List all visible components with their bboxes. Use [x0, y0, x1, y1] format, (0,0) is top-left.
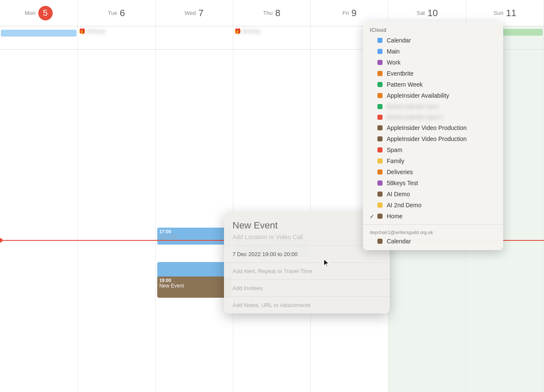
allday-wed [156, 26, 233, 49]
day-num-sat: 10 [428, 8, 438, 19]
day-header-thu: Thu 8 [233, 0, 311, 26]
checkmark-wg-calendar [370, 238, 377, 245]
cal-item-blurred2[interactable]: Blurred calendar name 2 [363, 112, 503, 122]
cal-item-blurred1[interactable]: Blurred calendar name [363, 101, 503, 112]
cal-label-spam: Spam [387, 147, 402, 153]
cal-label-blurred2: Blurred calendar name 2 [387, 114, 442, 120]
checkmark-blurred1 [370, 103, 377, 110]
cal-item-ai-video-1[interactable]: AppleInsider Video Production [363, 122, 503, 133]
day-header-tue: Tue 6 [78, 0, 156, 26]
cal-label-ai-video-1: AppleInsider Video Production [387, 124, 467, 131]
cal-dot-patternweek [377, 82, 382, 87]
day-name-tue: Tue [108, 10, 117, 16]
cal-dot-wg-calendar [377, 239, 382, 244]
cal-label-ai-2nd-demo: AI 2nd Demo [387, 202, 422, 209]
calendar-dropdown[interactable]: iCloud Calendar Main Work Eventbrite Pat… [363, 21, 503, 250]
calendar-container: Mon 5 Tue 6 Wed 7 Thu 8 Fri 9 Sat 10 Sun… [0, 0, 544, 392]
allday-thu: 🎁 Birthday [233, 26, 311, 49]
cal-dot-blurred2 [377, 115, 382, 120]
new-event-alert[interactable]: Add Alert, Repeat or Travel Time [224, 263, 390, 280]
cal-label-wg-calendar: Calendar [387, 238, 411, 245]
cal-dot-blurred1 [377, 104, 382, 109]
cal-item-spam[interactable]: Spam [363, 144, 503, 155]
cal-item-family[interactable]: Family [363, 155, 503, 166]
cal-item-ai-video-2[interactable]: AppleInsider Video Production [363, 133, 503, 144]
cal-item-ai-2nd-demo[interactable]: AI 2nd Demo [363, 200, 503, 211]
gift-event-tue: 🎁 Birthday [79, 28, 154, 34]
day-num-fri: 9 [351, 8, 357, 19]
checkmark-ai-2nd-demo [370, 202, 377, 209]
event-label: event text [159, 234, 229, 239]
cal-dot-ai-video-1 [377, 125, 382, 130]
col-wed[interactable]: 17:00 event text [156, 50, 233, 392]
writers-guild-email: depchair1@writersguild.org.uk [363, 227, 503, 236]
icloud-section-header: iCloud [363, 25, 503, 35]
day-header-mon: Mon 5 [0, 0, 78, 26]
event-thu-1700[interactable]: 17:00 event text [157, 228, 231, 245]
day-name-mon: Mon [25, 10, 35, 16]
cal-item-deliveries[interactable]: Deliveries [363, 166, 503, 178]
cal-item-ai-demo[interactable]: AI Demo [363, 189, 503, 200]
cal-label-ai-demo: AI Demo [387, 191, 410, 197]
cal-dot-family [377, 158, 382, 164]
day-name-sat: Sat [416, 10, 425, 16]
checkmark-patternweek [370, 82, 377, 88]
cal-item-58keys[interactable]: 58keys Test [363, 178, 503, 189]
cal-dot-appleinsider-avail [377, 93, 382, 98]
day-name-fri: Fri [343, 10, 349, 16]
col-tue[interactable] [78, 50, 156, 392]
checkmark-deliveries [370, 169, 377, 175]
cal-label-appleinsider-avail: AppleInsider Availability [387, 92, 449, 99]
cal-divider [363, 224, 503, 225]
new-event-invitees[interactable]: Add Invitees [224, 280, 390, 297]
col-mon[interactable] [0, 50, 78, 392]
checkmark-work [370, 59, 377, 66]
cal-dot-deliveries [377, 169, 382, 175]
allday-bar-mon [1, 30, 76, 37]
day-num-sun: 11 [506, 8, 516, 19]
new-event-notes[interactable]: Add Notes, URL or Attachments [224, 297, 390, 313]
checkmark-family [370, 158, 377, 164]
day-name-thu: Thu [263, 10, 272, 16]
cal-dot-home [377, 214, 382, 219]
gift-icon-tue: 🎁 [79, 28, 85, 34]
checkmark-blurred2 [370, 114, 377, 120]
event-time: 17:00 [159, 229, 229, 234]
cal-dot-work [377, 60, 382, 65]
day-num-thu: 8 [275, 8, 280, 19]
cal-label-patternweek: Pattern Week [387, 81, 423, 88]
cal-item-home[interactable]: ✓ Home [363, 211, 503, 222]
cal-item-work[interactable]: Work [363, 57, 503, 68]
checkmark-appleinsider-avail [370, 93, 377, 99]
checkmark-ai-video-2 [370, 136, 377, 142]
day-name-wed: Wed [184, 10, 196, 16]
event-time-label: 19:00 [159, 278, 230, 283]
day-name-sun: Sun [493, 10, 503, 16]
gift-icon-thu: 🎁 [234, 28, 241, 34]
cal-item-eventbrite[interactable]: Eventbrite [363, 68, 503, 79]
cal-item-appleinsider-avail[interactable]: AppleInsider Availability [363, 90, 503, 101]
checkmark-eventbrite [370, 71, 377, 77]
cal-dot-spam [377, 147, 382, 152]
allday-tue: 🎁 Birthday [78, 26, 156, 49]
day-num-wed: 7 [198, 8, 204, 19]
cal-dot-ai-video-2 [377, 136, 382, 141]
checkmark-calendar [370, 37, 377, 44]
cal-label-home: Home [387, 213, 402, 220]
cal-item-main[interactable]: Main [363, 46, 503, 57]
cal-label-family: Family [387, 158, 404, 164]
event-name-label: New Event [159, 283, 230, 289]
cal-label-blurred1: Blurred calendar name [387, 104, 438, 110]
day-num-mon: 5 [38, 6, 53, 20]
cal-label-ai-video-2: AppleInsider Video Production [387, 135, 467, 142]
cal-item-patternweek[interactable]: Pattern Week [363, 79, 503, 90]
event-wed-1900[interactable]: 19:00 New Event [157, 276, 232, 298]
checkmark-home: ✓ [370, 213, 377, 220]
cal-label-main: Main [387, 48, 400, 55]
cal-item-calendar[interactable]: Calendar [363, 35, 503, 46]
checkmark-spam [370, 147, 377, 153]
cal-dot-calendar [377, 38, 382, 43]
cal-item-wg-calendar[interactable]: Calendar [363, 236, 503, 247]
cal-dot-ai-demo [377, 192, 382, 197]
cal-label-calendar: Calendar [387, 37, 411, 44]
